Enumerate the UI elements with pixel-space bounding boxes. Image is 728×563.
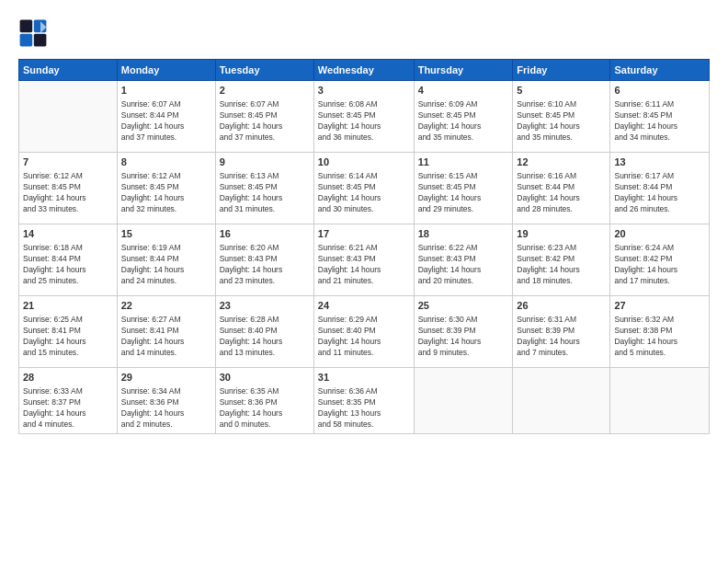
day-text: Sunrise: 6:35 AM <box>220 386 310 397</box>
day-text: Sunrise: 6:25 AM <box>23 315 113 326</box>
day-number: 12 <box>517 155 606 169</box>
day-number: 30 <box>220 371 310 385</box>
day-number: 11 <box>418 155 509 169</box>
day-text: Daylight: 14 hours <box>418 337 509 348</box>
calendar-table: SundayMondayTuesdayWednesdayThursdayFrid… <box>18 59 710 434</box>
day-text: Daylight: 14 hours <box>121 121 211 132</box>
day-number: 8 <box>121 155 211 169</box>
day-text: Sunrise: 6:24 AM <box>614 243 705 254</box>
day-text: Daylight: 14 hours <box>23 265 113 276</box>
day-text: Sunrise: 6:12 AM <box>23 171 113 182</box>
day-text: and 20 minutes. <box>418 276 509 287</box>
day-text: and 0 minutes. <box>220 419 310 431</box>
day-number: 13 <box>614 155 705 169</box>
day-text: Daylight: 14 hours <box>318 265 410 276</box>
day-text: Sunset: 8:44 PM <box>121 254 211 265</box>
day-text: Sunset: 8:38 PM <box>614 326 705 337</box>
day-text: Daylight: 13 hours <box>318 408 410 419</box>
day-text: Sunset: 8:36 PM <box>220 397 310 408</box>
svg-rect-0 <box>20 20 33 33</box>
week-row-5: 28Sunrise: 6:33 AMSunset: 8:37 PMDayligh… <box>19 368 710 434</box>
day-text: Sunrise: 6:29 AM <box>318 315 410 326</box>
day-cell: 19Sunrise: 6:23 AMSunset: 8:42 PMDayligh… <box>513 224 610 296</box>
day-cell: 25Sunrise: 6:30 AMSunset: 8:39 PMDayligh… <box>414 296 513 368</box>
day-number: 1 <box>121 84 211 98</box>
day-text: Daylight: 14 hours <box>418 121 509 132</box>
day-cell: 31Sunrise: 6:36 AMSunset: 8:35 PMDayligh… <box>313 368 414 434</box>
day-text: Daylight: 14 hours <box>517 121 606 132</box>
day-text: Sunrise: 6:08 AM <box>318 99 410 110</box>
header-cell-monday: Monday <box>117 60 215 81</box>
day-text: Sunrise: 6:15 AM <box>418 171 509 182</box>
day-text: Daylight: 14 hours <box>517 265 606 276</box>
day-number: 14 <box>23 227 113 241</box>
day-text: Sunset: 8:39 PM <box>517 326 606 337</box>
day-cell: 11Sunrise: 6:15 AMSunset: 8:45 PMDayligh… <box>414 153 513 224</box>
day-cell: 2Sunrise: 6:07 AMSunset: 8:45 PMDaylight… <box>215 81 313 153</box>
day-text: Daylight: 14 hours <box>220 193 310 204</box>
day-text: Sunset: 8:44 PM <box>614 182 705 193</box>
day-text: and 36 minutes. <box>318 132 410 144</box>
day-cell <box>610 368 710 434</box>
day-text: Daylight: 14 hours <box>614 265 705 276</box>
day-text: and 30 minutes. <box>318 204 410 215</box>
header-cell-friday: Friday <box>513 60 610 81</box>
svg-rect-3 <box>34 34 47 47</box>
day-cell: 16Sunrise: 6:20 AMSunset: 8:43 PMDayligh… <box>215 224 313 296</box>
day-text: Sunrise: 6:28 AM <box>220 315 310 326</box>
day-text: Sunrise: 6:22 AM <box>418 243 509 254</box>
day-number: 22 <box>121 299 211 313</box>
day-cell: 21Sunrise: 6:25 AMSunset: 8:41 PMDayligh… <box>19 296 118 368</box>
day-text: Sunrise: 6:14 AM <box>318 171 410 182</box>
day-cell: 14Sunrise: 6:18 AMSunset: 8:44 PMDayligh… <box>19 224 118 296</box>
day-text: Daylight: 14 hours <box>418 265 509 276</box>
day-text: Sunrise: 6:20 AM <box>220 243 310 254</box>
day-number: 24 <box>318 299 410 313</box>
day-text: Sunset: 8:44 PM <box>121 110 211 121</box>
day-text: Sunrise: 6:07 AM <box>121 99 211 110</box>
day-text: and 37 minutes. <box>121 132 211 144</box>
day-cell: 22Sunrise: 6:27 AMSunset: 8:41 PMDayligh… <box>117 296 215 368</box>
header-row: SundayMondayTuesdayWednesdayThursdayFrid… <box>19 60 710 81</box>
day-text: and 15 minutes. <box>23 348 113 359</box>
day-number: 16 <box>220 227 310 241</box>
day-text: Daylight: 14 hours <box>614 193 705 204</box>
day-text: Daylight: 14 hours <box>517 193 606 204</box>
day-text: Sunset: 8:43 PM <box>418 254 509 265</box>
day-number: 18 <box>418 227 509 241</box>
day-cell <box>414 368 513 434</box>
header-cell-sunday: Sunday <box>19 60 118 81</box>
day-number: 6 <box>614 84 705 98</box>
day-text: Sunset: 8:45 PM <box>614 110 705 121</box>
day-text: and 25 minutes. <box>23 276 113 287</box>
day-number: 25 <box>418 299 509 313</box>
day-text: Sunset: 8:42 PM <box>614 254 705 265</box>
day-text: Sunset: 8:45 PM <box>418 110 509 121</box>
day-text: Daylight: 14 hours <box>318 121 410 132</box>
day-text: Daylight: 14 hours <box>318 337 410 348</box>
day-cell: 4Sunrise: 6:09 AMSunset: 8:45 PMDaylight… <box>414 81 513 153</box>
day-text: and 28 minutes. <box>517 204 606 215</box>
day-number: 3 <box>318 84 410 98</box>
day-cell: 15Sunrise: 6:19 AMSunset: 8:44 PMDayligh… <box>117 224 215 296</box>
day-text: Sunrise: 6:16 AM <box>517 171 606 182</box>
day-text: and 29 minutes. <box>418 204 509 215</box>
day-text: Sunset: 8:45 PM <box>23 182 113 193</box>
week-row-2: 7Sunrise: 6:12 AMSunset: 8:45 PMDaylight… <box>19 153 710 224</box>
day-text: Sunrise: 6:19 AM <box>121 243 211 254</box>
day-number: 5 <box>517 84 606 98</box>
day-text: Daylight: 14 hours <box>614 337 705 348</box>
day-number: 4 <box>418 84 509 98</box>
header-cell-wednesday: Wednesday <box>313 60 414 81</box>
page: SundayMondayTuesdayWednesdayThursdayFrid… <box>0 0 728 563</box>
day-text: Daylight: 14 hours <box>220 121 310 132</box>
svg-rect-2 <box>20 34 33 47</box>
day-text: Daylight: 14 hours <box>121 193 211 204</box>
day-text: Sunset: 8:45 PM <box>121 182 211 193</box>
day-text: Daylight: 14 hours <box>318 193 410 204</box>
day-text: Sunset: 8:45 PM <box>220 110 310 121</box>
day-text: and 33 minutes. <box>23 204 113 215</box>
day-text: Daylight: 14 hours <box>220 408 310 419</box>
day-text: Sunrise: 6:31 AM <box>517 315 606 326</box>
day-cell: 1Sunrise: 6:07 AMSunset: 8:44 PMDaylight… <box>117 81 215 153</box>
